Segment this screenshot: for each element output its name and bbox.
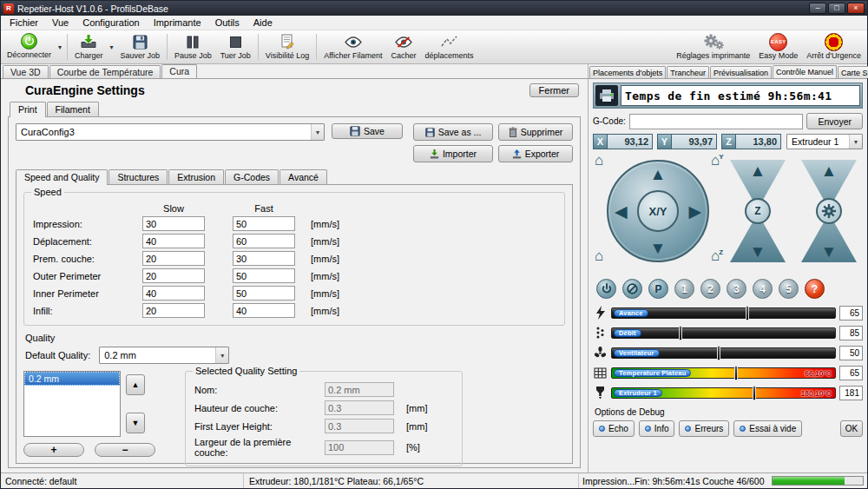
impression-slow-input[interactable] <box>142 216 205 231</box>
menu-imprimante[interactable]: Imprimante <box>147 17 208 29</box>
errors-toggle[interactable]: Erreurs <box>679 420 729 437</box>
add-quality-button[interactable]: + <box>23 443 84 457</box>
tab-cura[interactable]: Cura <box>161 64 197 78</box>
dry-run-toggle[interactable]: Essai à vide <box>733 420 802 437</box>
outer-perimeter-fast-input[interactable] <box>233 268 295 283</box>
menu-outils[interactable]: Outils <box>208 17 247 29</box>
help-button[interactable]: ? <box>805 279 825 299</box>
menu-aide[interactable]: Aide <box>247 17 279 29</box>
y-plus-arrow[interactable]: ▲ <box>650 166 667 182</box>
feedrate-value[interactable]: 65 <box>839 306 863 320</box>
tab-carte-sd[interactable]: Carte SD <box>838 66 868 78</box>
delete-config-button[interactable]: Supprimer <box>498 123 573 141</box>
extruder-select[interactable]: Extrudeur 1 ▾ <box>786 134 863 149</box>
quality-list[interactable]: 0.2 mm <box>23 371 121 437</box>
tab-extrusion[interactable]: Extrusion <box>168 169 224 184</box>
move-quality-up-button[interactable]: ▲ <box>126 374 145 395</box>
extruder-jog-pad[interactable]: ▲ ▼ <box>801 160 857 262</box>
config-select[interactable]: CuraConfig3 ▾ <box>16 123 325 141</box>
slider-thumb[interactable] <box>734 366 738 380</box>
menu-vue[interactable]: Vue <box>45 17 76 29</box>
premcouche-slow-input[interactable] <box>142 251 205 266</box>
close-button[interactable]: × <box>847 3 865 14</box>
x-minus-arrow[interactable]: ◀ <box>615 203 628 220</box>
fan-value[interactable]: 50 <box>839 346 863 360</box>
xy-jog-pad[interactable]: ▲ ▼ ◀ ▶ X/Y <box>607 160 709 262</box>
tab-controle-manuel[interactable]: Contrôle Manuel <box>773 65 837 78</box>
travel-moves-button[interactable]: déplacements <box>421 31 478 63</box>
tab-vue-3d[interactable]: Vue 3D <box>3 65 49 78</box>
show-filament-button[interactable]: Afficher Filament <box>319 31 386 63</box>
minimize-button[interactable]: – <box>809 3 826 14</box>
send-gcode-button[interactable]: Envoyer <box>806 113 863 129</box>
hide-button[interactable]: Cacher <box>387 31 421 63</box>
impression-fast-input[interactable] <box>233 216 295 231</box>
infill-slow-input[interactable] <box>142 303 205 318</box>
disconnect-dropdown-icon[interactable]: ▾ <box>56 43 64 51</box>
flowrate-value[interactable]: 85 <box>839 326 863 340</box>
preset-2-button[interactable]: 2 <box>700 279 720 299</box>
save-job-button[interactable]: Sauver Job <box>116 31 165 63</box>
tab-structures[interactable]: Structures <box>108 169 168 184</box>
flowrate-slider[interactable]: Débit <box>611 327 836 339</box>
move-quality-down-button[interactable]: ▼ <box>126 413 145 433</box>
slider-thumb[interactable] <box>746 306 749 320</box>
load-dropdown-icon[interactable]: ▾ <box>108 43 116 51</box>
z-minus-arrow[interactable]: ▼ <box>750 243 766 260</box>
extruder-temp-slider[interactable]: Extrudeur 1 180,10°C <box>611 387 836 399</box>
tab-avance[interactable]: Avancé <box>279 169 327 184</box>
quality-list-item[interactable]: 0.2 mm <box>24 372 120 386</box>
export-button[interactable]: Exporter <box>498 145 573 162</box>
deplacement-fast-input[interactable] <box>233 234 295 248</box>
first-layer-height-input[interactable] <box>325 419 394 433</box>
home-y-button[interactable]: ⌂Y <box>711 153 724 168</box>
home-all-button[interactable]: ⌂ <box>595 248 603 263</box>
preset-4-button[interactable]: 4 <box>753 279 773 299</box>
feedrate-slider[interactable]: Avance <box>611 307 836 319</box>
menu-fichier[interactable]: Fichier <box>3 17 45 29</box>
menu-configuration[interactable]: Configuration <box>76 17 146 29</box>
bed-temp-value[interactable]: 65 <box>839 366 863 380</box>
nom-input[interactable] <box>325 382 394 397</box>
tab-placements-objets[interactable]: Placements d'objets <box>589 66 666 78</box>
y-minus-arrow[interactable]: ▼ <box>650 240 667 256</box>
slider-thumb[interactable] <box>753 386 756 400</box>
import-button[interactable]: Importer <box>413 145 493 162</box>
stop-motors-button[interactable] <box>622 279 642 299</box>
default-quality-select[interactable]: 0.2 mm ▾ <box>99 347 229 364</box>
maximize-button[interactable]: □ <box>828 3 845 14</box>
save-as-button[interactable]: Save as ... <box>413 123 493 141</box>
printer-settings-button[interactable]: Réglages imprimante <box>672 31 754 63</box>
ok-button[interactable]: OK <box>840 420 863 437</box>
premcouche-fast-input[interactable] <box>233 251 295 266</box>
infill-fast-input[interactable] <box>233 303 295 318</box>
largeur-premiere-couche-input[interactable] <box>325 440 394 455</box>
tab-filament[interactable]: Filament <box>47 102 99 116</box>
slider-thumb[interactable] <box>679 326 682 340</box>
bed-temp-slider[interactable]: Temperature Plateau 66,10°C <box>611 367 836 379</box>
outer-perimeter-slow-input[interactable] <box>142 268 205 283</box>
z-jog-pad[interactable]: ▲ ▼ Z <box>730 160 786 262</box>
fermer-button[interactable]: Fermer <box>529 83 579 97</box>
preset-5-button[interactable]: 5 <box>779 279 799 299</box>
tab-speed-and-quality[interactable]: Speed and Quality <box>16 169 108 185</box>
easy-mode-button[interactable]: EASY Easy Mode <box>754 31 802 63</box>
log-visibility-button[interactable]: Visibilité Log <box>261 31 313 63</box>
tab-courbe-temperature[interactable]: Courbe de Température <box>49 65 161 78</box>
remove-quality-button[interactable]: − <box>95 443 155 457</box>
load-button[interactable]: Charger <box>70 31 108 63</box>
home-x-button[interactable]: ⌂ <box>595 153 603 168</box>
kill-job-button[interactable]: Tuer Job <box>216 31 255 63</box>
tab-previsualisation[interactable]: Prévisualisation <box>710 66 772 78</box>
inner-perimeter-fast-input[interactable] <box>233 286 295 301</box>
x-plus-arrow[interactable]: ▶ <box>688 203 701 220</box>
emergency-stop-button[interactable]: Arrêt d'Urgence <box>802 31 865 63</box>
tab-print[interactable]: Print <box>10 102 46 117</box>
disconnect-button[interactable]: Déconnecter <box>3 31 56 63</box>
fan-slider[interactable]: Ventilateur <box>611 347 836 359</box>
preset-3-button[interactable]: 3 <box>727 279 746 299</box>
home-z-button[interactable]: ⌂Z <box>711 248 723 263</box>
hauteur-couche-input[interactable] <box>325 400 394 415</box>
retract-arrow[interactable]: ▲ <box>821 162 838 179</box>
slider-thumb[interactable] <box>717 346 720 360</box>
